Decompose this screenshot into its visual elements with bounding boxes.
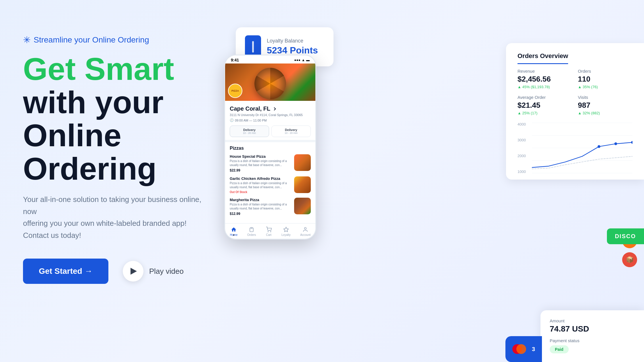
menu-item-image-1 [294,154,311,171]
headline-line1: Get Smart [23,52,210,86]
orders-overview-title: Orders Overview [518,52,568,64]
restaurant-info: Cape Coral, FL 3111 N University Dr #114… [225,101,315,140]
revenue-value: $2,456.56 [518,75,572,84]
menu-item-info-2: Garlic Chicken Alfredo Pizza Pizza is a … [230,176,291,194]
delivery-label-1: Delivery [232,128,267,132]
active-indicator [233,234,234,236]
headline: Get Smart with your Online Ordering [23,52,210,185]
mastercard-widget: 3 [505,336,542,362]
get-started-button[interactable]: Get Started → [23,259,108,284]
stat-revenue: Revenue $2,456.56 ▲ 45% ($1,193.78) [518,69,572,89]
nav-orders[interactable]: Orders [247,226,256,236]
subtitle-line3: Contact us today! [23,231,81,240]
delivery-time-1: 10 - 20 min [232,132,267,134]
mastercard-circles [512,344,528,354]
nav-loyalty[interactable]: Loyalty [281,226,291,236]
play-video-button[interactable]: Play video [123,261,184,282]
y-label-4000: 4000 [518,122,526,126]
menu-item-3: Margherita Pizza Pizza is a dish of Ital… [230,198,311,216]
nav-cart-label: Cart [266,233,271,236]
nav-home[interactable]: Home [230,226,238,236]
nav-account-label: Account [300,233,310,236]
svg-point-11 [631,141,632,144]
paid-badge: Paid [550,345,569,353]
bottom-nav: Home Orders Cart [225,223,315,239]
play-circle-icon [123,261,143,282]
revenue-change: ▲ 45% ($1,193.78) [518,85,572,89]
delivery-option-2[interactable]: Delivery 10 - 20 min [271,126,311,137]
nav-account[interactable]: Account [300,226,310,236]
delivery-option-1[interactable]: Delivery 10 - 20 min [230,126,269,137]
nav-cart[interactable]: Cart [266,226,272,236]
tagline-text: Streamline your Online Ordering [34,35,149,45]
menu-item: House Special Pizza Pizza is a dish of I… [230,154,311,172]
payment-status-label: Payment status [550,338,635,343]
orders-overview-panel: Orders Overview Revenue $2,456.56 ▲ 45% … [506,43,644,180]
stat-orders: Orders 110 ▲ 35% (76) [578,69,632,89]
menu-section: Pizzas House Special Pizza Pizza is a di… [225,140,315,223]
notification-box-icon[interactable]: 📦 [622,252,637,267]
menu-item-price-2: Out Of Stock [230,190,291,194]
account-icon [302,226,308,233]
y-label-3000: 3000 [518,138,526,142]
cta-row: Get Started → Play video [23,259,210,284]
visits-label: Visits [578,95,632,100]
headline-line3: Ordering [23,152,210,185]
menu-item-desc-3: Pizza is a dish of Italian origin consis… [230,203,291,211]
restaurant-hero-image: PIZZA [225,63,315,101]
svg-point-9 [597,145,600,148]
nav-loyalty-label: Loyalty [281,233,291,236]
cart-icon [266,226,272,233]
home-icon [231,226,237,233]
svg-point-0 [268,232,268,232]
payment-card: Amount 74.87 USD Payment status Paid [540,310,644,362]
visits-change: ▲ 32% (882) [578,111,632,115]
amount-value: 74.87 USD [550,324,635,334]
phone-time: 9:41 [231,58,239,62]
menu-item-price-1: $22.99 [230,168,291,172]
menu-item-2: Garlic Chicken Alfredo Pizza Pizza is a … [230,176,311,194]
signal-icon: ●●● [294,58,300,62]
play-triangle-icon [131,268,137,275]
phone-mockup: 9:41 ●●● ▲ ▬ PIZZA Cape Coral, FL 3111 N… [224,55,316,240]
chart-svg [532,122,632,174]
play-video-label: Play video [149,267,184,276]
subtitle: Your all-in-one solution to taking your … [23,194,210,241]
y-label-1000: 1000 [518,170,526,174]
orders-value: 110 [578,75,632,84]
restaurant-name-text: Cape Coral, FL [230,105,270,112]
menu-item-desc-2: Pizza is a dish of Italian origin consis… [230,181,291,189]
card-number-end: 3 [532,346,535,353]
battery-icon: ▬ [306,58,310,62]
wifi-icon: ▲ [302,58,305,62]
phone-mockup-container: 9:41 ●●● ▲ ▬ PIZZA Cape Coral, FL 3111 N… [224,20,316,240]
menu-item-image-2 [294,176,311,193]
orders-label: Orders [578,69,632,74]
delivery-time-2: 10 - 20 min [274,132,308,134]
avg-order-value: $21.45 [518,101,572,110]
star-icon: ✳ [23,34,31,45]
menu-category-label: Pizzas [230,146,311,151]
avg-order-label: Average Order [518,95,572,100]
menu-item-info-1: House Special Pizza Pizza is a dish of I… [230,154,291,172]
orders-icon [248,226,255,233]
restaurant-logo: PIZZA [228,84,242,98]
menu-item-info-3: Margherita Pizza Pizza is a dish of Ital… [230,198,291,216]
stat-avg-order: Average Order $21.45 ▲ 25% (17) [518,95,572,115]
svg-point-3 [304,228,306,230]
menu-item-desc-1: Pizza is a dish of Italian origin consis… [230,159,291,167]
phone-status-bar: 9:41 ●●● ▲ ▬ [225,55,315,63]
headline-line2: with your Online [23,86,210,152]
mc-circle-orange [516,344,526,354]
delivery-options: Delivery 10 - 20 min Delivery 10 - 20 mi… [230,126,311,137]
stats-grid: Revenue $2,456.56 ▲ 45% ($1,193.78) Orde… [518,69,632,115]
menu-item-price-3: $12.99 [230,212,291,216]
disco-badge: DISCO [607,228,644,244]
menu-item-name-3: Margherita Pizza [230,198,291,202]
orders-change: ▲ 35% (76) [578,85,632,89]
visits-value: 987 [578,101,632,110]
restaurant-address: 3111 N University Dr #114, Coral Springs… [230,113,311,117]
nav-orders-label: Orders [247,233,256,236]
svg-marker-2 [284,227,289,232]
chevron-right-icon [273,107,276,110]
